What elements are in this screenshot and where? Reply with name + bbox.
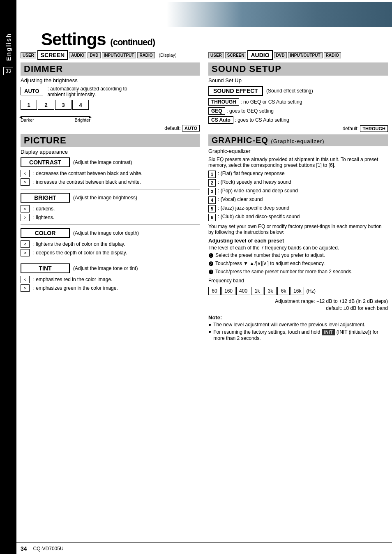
contrast-desc: (Adjust the image contrast) xyxy=(73,159,132,165)
contrast-more-row: > : increases the contrast between black… xyxy=(21,178,200,186)
page-number: 34 xyxy=(21,545,27,552)
graphic-eq-title-text: GRAPHIC-EQ xyxy=(212,136,268,145)
picture-section-header: PICTURE xyxy=(21,134,200,147)
color-less-desc: : lightens the depth of color on the dis… xyxy=(33,241,125,247)
tab-user-left[interactable]: USER xyxy=(21,52,36,58)
sound-effect-default-value: THROUGH xyxy=(360,125,388,132)
through-desc: : no GEQ or CS Auto setting xyxy=(240,99,302,105)
contrast-more-btn[interactable]: > xyxy=(21,178,30,186)
graphic-eq-subtitle: (Graphic-equalizer) xyxy=(271,138,324,144)
through-label: THROUGH xyxy=(208,98,239,106)
eq-num-5: 5 xyxy=(208,205,216,212)
step-1-num: ❶ xyxy=(208,252,214,259)
dimmer-default-value: AUTO xyxy=(182,125,200,132)
adj-range: Adjustment range: −12 dB to +12 dB (in 2… xyxy=(208,298,388,304)
bright-less-row: < : darkens. xyxy=(21,205,200,212)
cs-auto-desc: : goes to CS Auto setting xyxy=(235,117,289,123)
tab-audio-left[interactable]: AUDIO xyxy=(69,52,86,58)
eq-num-1: 1 xyxy=(208,171,216,178)
tab-radio-right[interactable]: RADIO xyxy=(324,52,341,58)
tab-screen-right[interactable]: SCREEN xyxy=(225,52,247,58)
two-column-layout: USER SCREEN AUDIO DVD INPUT/OUTPUT RADIO… xyxy=(16,50,392,342)
page-title: Settings (continued) xyxy=(21,29,155,48)
tab-audio-active[interactable]: AUDIO xyxy=(247,50,272,60)
sidebar: English 33 xyxy=(0,0,16,554)
main-content: Settings (continued) USER SCREEN AUDIO D… xyxy=(16,0,392,346)
tab-dvd-right[interactable]: DVD xyxy=(274,52,287,58)
bright-less-desc: : darkens. xyxy=(33,206,55,212)
eq-num-4: 4 xyxy=(208,196,216,204)
contrast-row: CONTRAST (Adjust the image contrast) xyxy=(21,157,200,167)
init-label: INIT xyxy=(322,329,335,335)
note-1-bullet: ● xyxy=(208,322,211,328)
tint-less-btn[interactable]: < xyxy=(21,276,30,283)
contrast-less-btn[interactable]: < xyxy=(21,170,30,177)
dimmer-scale-3: 3 xyxy=(55,100,71,110)
dimmer-default-row: default: AUTO xyxy=(21,125,200,132)
color-label: COLOR xyxy=(21,228,70,238)
eq-preset-1: 1 : (Flat) flat frequency response xyxy=(208,171,388,178)
eq-preset-3: 3 : (Pop) wide-ranged and deep sound xyxy=(208,188,388,195)
dimmer-scale-2: 2 xyxy=(38,100,54,110)
color-desc: (Adjust the image color depth) xyxy=(73,230,139,236)
bright-less-btn[interactable]: < xyxy=(21,205,30,212)
step-3-num: ❸ xyxy=(208,269,214,275)
eq-num-6: 6 xyxy=(208,214,216,221)
geq-desc: : goes to GEQ setting xyxy=(226,108,274,114)
bright-label: BRIGHT xyxy=(21,193,70,203)
top-banner xyxy=(16,2,392,27)
continued-text: (continued) xyxy=(110,37,155,47)
color-less-btn[interactable]: < xyxy=(21,240,30,248)
sound-effect-default-label: default: xyxy=(343,126,359,132)
divider-2 xyxy=(21,224,200,225)
color-more-row: > : deepens the depth of color on the di… xyxy=(21,249,200,256)
step-2: ❷ Touch/press ▼ ▲/[∨][∧] to adjust each … xyxy=(208,261,388,267)
adj-default: default: ±0 dB for each band xyxy=(208,305,388,311)
tab-radio-left[interactable]: RADIO xyxy=(137,52,154,58)
bright-more-row: > : lightens. xyxy=(21,214,200,221)
step-2-num: ❷ xyxy=(208,261,214,267)
tint-desc: (Adjust the image tone or tint) xyxy=(73,265,138,271)
note-title: Note: xyxy=(208,314,388,321)
tint-more-btn[interactable]: > xyxy=(21,284,30,292)
sound-effect-label: SOUND EFFECT xyxy=(208,86,263,96)
sound-effect-default-row: default: THROUGH xyxy=(208,125,388,132)
adjusting-desc: The level of each of the 7 frequency ban… xyxy=(208,245,388,251)
dimmer-section-header: DIMMER xyxy=(21,62,200,76)
color-more-btn[interactable]: > xyxy=(21,249,30,256)
dimmer-auto-label: AUTO xyxy=(21,87,43,95)
tab-inputoutput-left[interactable]: INPUT/OUTPUT xyxy=(102,52,136,58)
eq-preset-2: 2 : (Rock) speedy and heavy sound xyxy=(208,179,388,187)
tab-dvd-left[interactable]: DVD xyxy=(88,52,100,58)
model-number: CQ-VD7005U xyxy=(33,546,64,552)
freq-label: Frequency band xyxy=(208,278,388,284)
graphic-eq-title: GRAPHIC-EQ (Graphic-equalizer) xyxy=(212,136,385,145)
freq-band-row: 60 160 400 1k 3k 6k 16k (Hz) xyxy=(208,287,388,295)
tab-user-right[interactable]: USER xyxy=(208,52,224,58)
tint-less-row: < : emphasizes red in the color image. xyxy=(21,276,200,283)
graphic-eq-intro: Six EQ presets are already provided at s… xyxy=(208,157,388,168)
step-3: ❸ Touch/press the same preset number for… xyxy=(208,269,388,275)
graphic-eq-header: GRAPHIC-EQ (Graphic-equalizer) xyxy=(208,134,388,146)
dimmer-title: DIMMER xyxy=(24,64,196,74)
bright-desc: (Adjust the image brightness) xyxy=(73,195,137,201)
audio-tab-row: USER SCREEN AUDIO DVD INPUT/OUTPUT RADIO xyxy=(208,50,388,60)
geq-row: GEQ : goes to GEQ setting xyxy=(208,107,388,115)
eq-num-3: 3 xyxy=(208,188,216,195)
eq-preset-6-desc: : (Club) club and disco-specific sound xyxy=(218,214,300,219)
color-more-desc: : deepens the depth of color on the disp… xyxy=(33,250,127,256)
dimmer-arrow-line xyxy=(21,116,90,117)
note-section: Note: ● The new level adjustment will ov… xyxy=(208,314,388,341)
tab-screen-active[interactable]: SCREEN xyxy=(37,50,68,60)
tab-inputoutput-right[interactable]: INPUT/OUTPUT xyxy=(288,52,323,58)
right-column: USER SCREEN AUDIO DVD INPUT/OUTPUT RADIO… xyxy=(204,50,392,342)
contrast-less-desc: : decreases the contrast between black a… xyxy=(33,171,143,176)
step-3-text: Touch/press the same preset number for m… xyxy=(215,269,353,275)
display-label: (Display) xyxy=(159,53,176,58)
dimmer-brighter-label: Brighter xyxy=(74,118,90,122)
bright-more-btn[interactable]: > xyxy=(21,214,30,221)
note-2-bullet: ● xyxy=(208,329,211,335)
screen-tab-row: USER SCREEN AUDIO DVD INPUT/OUTPUT RADIO… xyxy=(21,50,200,60)
adjusting-title: Adjusting level of each preset xyxy=(208,238,388,244)
freq-1k: 1k xyxy=(251,287,263,295)
